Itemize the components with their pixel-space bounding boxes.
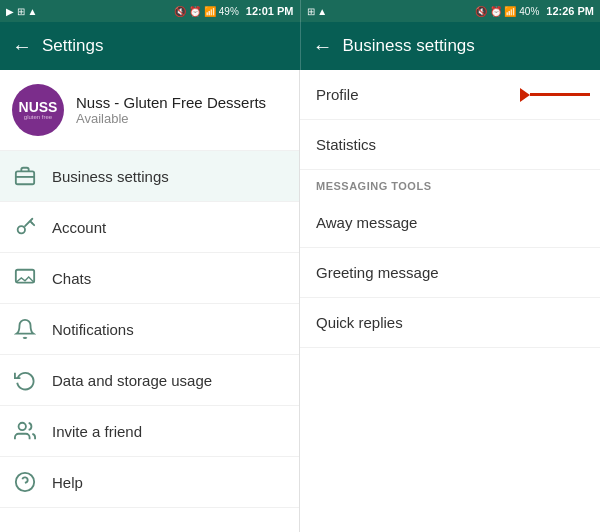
menu-label-help: Help xyxy=(52,474,83,491)
right-item-quick-replies[interactable]: Quick replies xyxy=(300,298,600,348)
svg-point-2 xyxy=(18,226,25,233)
menu-label-business-settings: Business settings xyxy=(52,168,169,185)
profile-arrow xyxy=(520,88,590,102)
status-bar-container: ▶ ⊞ ▲ 🔇 ⏰ 📶 49% 12:01 PM ⊞ ▲ 🔇 ⏰ 📶 40% 1… xyxy=(0,0,600,22)
menu-item-business-settings[interactable]: Business settings xyxy=(0,151,299,202)
right-status-icons: ⊞ ▲ xyxy=(307,6,328,17)
svg-rect-0 xyxy=(16,171,34,184)
right-time: 12:26 PM xyxy=(546,5,594,17)
refresh-icon xyxy=(12,369,38,391)
menu-item-help[interactable]: Help xyxy=(0,457,299,508)
menu-item-notifications[interactable]: Notifications xyxy=(0,304,299,355)
menu-label-notifications: Notifications xyxy=(52,321,134,338)
messaging-tools-header: MESSAGING TOOLS xyxy=(300,170,600,198)
menu-item-account[interactable]: Account xyxy=(0,202,299,253)
left-header-panel: ← Settings xyxy=(0,22,300,70)
profile-row[interactable]: NUSS gluten free Nuss - Gluten Free Dess… xyxy=(0,70,299,151)
briefcase-icon xyxy=(12,165,38,187)
people-icon xyxy=(12,420,38,442)
bell-icon xyxy=(12,318,38,340)
menu-label-invite-friend: Invite a friend xyxy=(52,423,142,440)
main-container: NUSS gluten free Nuss - Gluten Free Dess… xyxy=(0,70,600,532)
menu-item-data-storage[interactable]: Data and storage usage xyxy=(0,355,299,406)
right-panel: Profile Statistics MESSAGING TOOLS Away … xyxy=(300,70,600,532)
right-label-greeting-message: Greeting message xyxy=(316,264,439,281)
chat-icon xyxy=(12,267,38,289)
left-header-title: Settings xyxy=(42,36,103,56)
left-time: 12:01 PM xyxy=(246,5,294,17)
key-icon xyxy=(12,216,38,238)
right-label-away-message: Away message xyxy=(316,214,417,231)
svg-point-4 xyxy=(19,423,26,430)
right-item-statistics[interactable]: Statistics xyxy=(300,120,600,170)
avatar-sub-text: gluten free xyxy=(24,114,52,120)
avatar-logo-text: NUSS xyxy=(19,100,58,114)
right-label-quick-replies: Quick replies xyxy=(316,314,403,331)
left-status-icons: ▶ ⊞ ▲ xyxy=(6,6,37,17)
avatar: NUSS gluten free xyxy=(12,84,64,136)
right-label-profile: Profile xyxy=(316,86,359,103)
right-label-statistics: Statistics xyxy=(316,136,376,153)
avatar-inner: NUSS gluten free xyxy=(12,84,64,136)
menu-item-invite-friend[interactable]: Invite a friend xyxy=(0,406,299,457)
left-panel: NUSS gluten free Nuss - Gluten Free Dess… xyxy=(0,70,300,532)
left-signal-icon: 🔇 ⏰ 📶 49% xyxy=(174,6,238,17)
right-header-panel: ← Business settings xyxy=(300,22,601,70)
right-item-away-message[interactable]: Away message xyxy=(300,198,600,248)
profile-name: Nuss - Gluten Free Desserts xyxy=(76,94,287,111)
header-container: ← Settings ← Business settings xyxy=(0,22,600,70)
menu-label-data-storage: Data and storage usage xyxy=(52,372,212,389)
status-bar-right: ⊞ ▲ 🔇 ⏰ 📶 40% 12:26 PM xyxy=(300,0,601,22)
question-icon xyxy=(12,471,38,493)
menu-label-chats: Chats xyxy=(52,270,91,287)
profile-status: Available xyxy=(76,111,287,126)
right-item-profile[interactable]: Profile xyxy=(300,70,600,120)
menu-label-account: Account xyxy=(52,219,106,236)
right-signal-icon: 🔇 ⏰ 📶 40% xyxy=(475,6,539,17)
profile-info: Nuss - Gluten Free Desserts Available xyxy=(76,94,287,126)
right-item-greeting-message[interactable]: Greeting message xyxy=(300,248,600,298)
right-header-title: Business settings xyxy=(343,36,475,56)
left-back-button[interactable]: ← xyxy=(12,35,32,58)
status-bar-left: ▶ ⊞ ▲ 🔇 ⏰ 📶 49% 12:01 PM xyxy=(0,0,300,22)
menu-item-chats[interactable]: Chats xyxy=(0,253,299,304)
right-back-button[interactable]: ← xyxy=(313,35,333,58)
